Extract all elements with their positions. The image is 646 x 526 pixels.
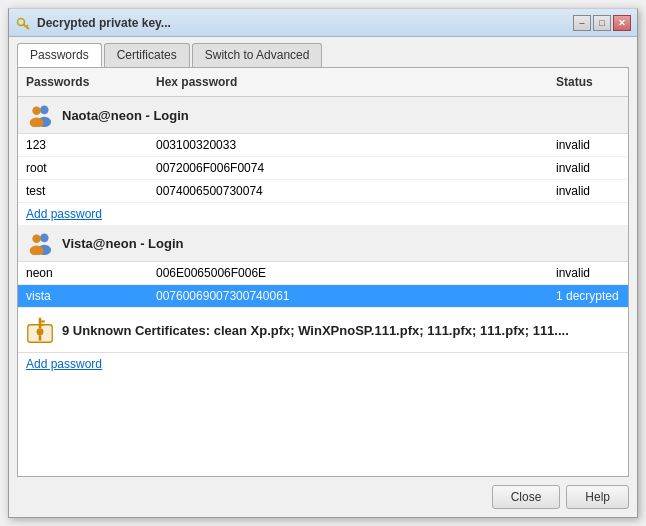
cell-status: 1 decrypted [548, 285, 628, 307]
cell-hex: 006E0065006F006E [148, 262, 368, 284]
main-window: Decrypted private key... – □ ✕ Passwords… [8, 8, 638, 518]
cert-group-icon [26, 316, 54, 344]
cell-status: invalid [548, 157, 628, 179]
close-window-button[interactable]: ✕ [613, 15, 631, 31]
tab-certificates[interactable]: Certificates [104, 43, 190, 67]
cell-empty [368, 141, 548, 149]
group-vista-title: Vista@neon - Login [62, 236, 184, 251]
svg-point-0 [18, 18, 25, 25]
col-empty [368, 72, 548, 92]
cell-empty [368, 187, 548, 195]
col-status: Status [548, 72, 628, 92]
table-row-selected[interactable]: vista 00760069007300740061 1 decrypted [18, 285, 628, 308]
group-naota-icon [26, 103, 54, 127]
cell-empty [368, 269, 548, 277]
cell-hex: 0074006500730074 [148, 180, 368, 202]
table-body: Naota@neon - Login 123 003100320033 inva… [18, 97, 628, 476]
footer: Close Help [9, 477, 637, 517]
cell-hex: 00760069007300740061 [148, 285, 368, 307]
help-button[interactable]: Help [566, 485, 629, 509]
tab-advanced[interactable]: Switch to Advanced [192, 43, 323, 67]
cell-password: test [18, 180, 148, 202]
title-buttons: – □ ✕ [573, 15, 631, 31]
svg-rect-16 [41, 320, 45, 322]
svg-rect-14 [39, 335, 42, 340]
svg-rect-15 [39, 318, 42, 329]
cell-password: 123 [18, 134, 148, 156]
table-header: Passwords Hex password Status [18, 68, 628, 97]
add-password-link-cert[interactable]: Add password [26, 357, 102, 371]
cell-status: invalid [548, 262, 628, 284]
restore-button[interactable]: □ [593, 15, 611, 31]
cell-hex: 003100320033 [148, 134, 368, 156]
content-area: Passwords Hex password Status Naota@neon… [17, 67, 629, 477]
table-row[interactable]: 123 003100320033 invalid [18, 134, 628, 157]
cert-group-header: 9 Unknown Certificates: clean Xp.pfx; Wi… [18, 308, 628, 353]
col-hex: Hex password [148, 72, 368, 92]
tab-bar: Passwords Certificates Switch to Advance… [9, 37, 637, 67]
group-vista-header: Vista@neon - Login [18, 225, 628, 262]
table-row[interactable]: root 0072006F006F0074 invalid [18, 157, 628, 180]
svg-point-7 [40, 234, 49, 243]
group-vista-icon [26, 231, 54, 255]
add-password-row-cert: Add password [18, 353, 628, 375]
table-row[interactable]: test 0074006500730074 invalid [18, 180, 628, 203]
cell-empty [368, 292, 548, 300]
add-password-link-naota[interactable]: Add password [26, 207, 102, 221]
close-button[interactable]: Close [492, 485, 561, 509]
svg-point-3 [40, 106, 49, 115]
group-naota-title: Naota@neon - Login [62, 108, 189, 123]
title-bar: Decrypted private key... – □ ✕ [9, 9, 637, 37]
cell-password: root [18, 157, 148, 179]
minimize-button[interactable]: – [573, 15, 591, 31]
window-icon [15, 15, 31, 31]
cert-group-title: 9 Unknown Certificates: clean Xp.pfx; Wi… [62, 323, 569, 338]
cell-password: neon [18, 262, 148, 284]
window-title: Decrypted private key... [37, 16, 171, 30]
cell-password: vista [18, 285, 148, 307]
tab-passwords[interactable]: Passwords [17, 43, 102, 67]
table-row[interactable]: neon 006E0065006F006E invalid [18, 262, 628, 285]
title-bar-left: Decrypted private key... [15, 15, 171, 31]
svg-point-9 [32, 234, 41, 243]
cell-status: invalid [548, 180, 628, 202]
cell-hex: 0072006F006F0074 [148, 157, 368, 179]
cell-empty [368, 164, 548, 172]
add-password-row-naota: Add password [18, 203, 628, 225]
svg-rect-17 [41, 324, 44, 326]
svg-point-13 [37, 328, 44, 335]
cell-status: invalid [548, 134, 628, 156]
col-passwords: Passwords [18, 72, 148, 92]
group-naota-header: Naota@neon - Login [18, 97, 628, 134]
svg-point-5 [32, 106, 41, 115]
